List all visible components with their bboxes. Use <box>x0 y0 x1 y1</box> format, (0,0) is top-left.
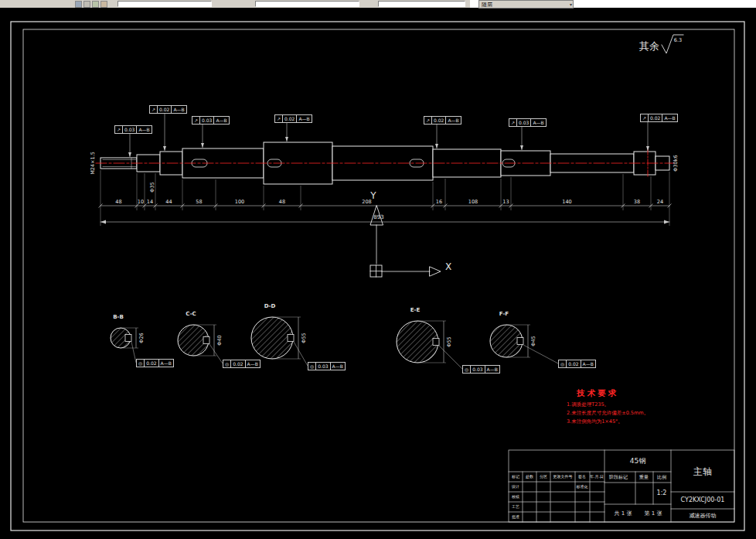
leader-arrow <box>163 146 166 151</box>
toolbar-icon[interactable] <box>83 1 90 8</box>
toolbar-strip[interactable] <box>378 1 465 7</box>
cad-viewport[interactable]: 其余 6.3 Y X 893 技术要求 1.调质处理T235。 2.未注长度尺寸… <box>0 0 756 539</box>
toolbar-strip[interactable] <box>117 1 212 7</box>
toolbar-icon[interactable] <box>75 1 82 8</box>
leader-line <box>131 342 136 363</box>
chevron-down-icon: ▾ <box>570 2 573 8</box>
toolbar-strip[interactable] <box>255 1 359 7</box>
toolbar-icon[interactable] <box>92 1 99 8</box>
leader-arrow <box>201 143 204 148</box>
section-circle <box>397 321 438 363</box>
sheet-outer-border <box>11 22 744 530</box>
toolbar-icon[interactable] <box>100 1 107 8</box>
section-keyway <box>203 337 209 344</box>
static-linework <box>11 22 744 530</box>
leader-arrow <box>285 137 288 142</box>
section-circle <box>251 317 293 359</box>
ucs-icon <box>370 206 441 277</box>
leader-arrow <box>435 144 438 148</box>
leader-arrow <box>646 146 649 151</box>
section-keyway <box>517 338 523 345</box>
drawing-linework <box>0 0 756 539</box>
title-block-grid <box>509 450 734 522</box>
leader-line <box>294 342 308 366</box>
leader-line <box>439 346 462 369</box>
top-toolbar: 随层 ▾ <box>0 0 756 8</box>
roughness-symbol-icon <box>662 35 683 53</box>
leader-line <box>209 344 223 363</box>
section-keyway <box>288 335 294 342</box>
leader-arrow <box>520 145 523 150</box>
color-combobox[interactable]: 随层 ▾ <box>478 0 574 9</box>
section-keyway <box>433 339 439 346</box>
combo-value: 随层 <box>479 2 492 8</box>
section-keyway <box>125 335 131 342</box>
leader-arrow <box>128 152 131 157</box>
leader-line <box>523 345 558 363</box>
sheet-inner-border <box>23 29 734 522</box>
